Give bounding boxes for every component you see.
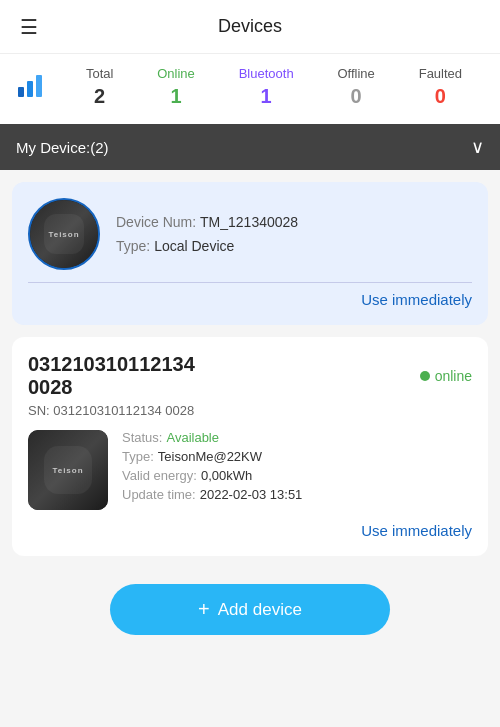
online-status-badge: online (420, 368, 472, 384)
stat-online-label: Online (157, 66, 195, 81)
type-label: Type: (122, 449, 154, 464)
update-value: 2022-02-03 13:51 (200, 487, 303, 502)
online-dot-icon (420, 371, 430, 381)
device-group-label: My Device:(2) (16, 139, 109, 156)
stat-total: Total 2 (86, 66, 113, 108)
stat-bluetooth-label: Bluetooth (239, 66, 294, 81)
online-card-body: Teison Status: Available Type: TeisonMe@… (28, 430, 472, 510)
energy-row: Valid energy: 0,00kWh (122, 468, 472, 483)
stat-offline: Offline 0 (337, 66, 374, 108)
stat-bluetooth: Bluetooth 1 (239, 66, 294, 108)
device-type-row: Type: Local Device (116, 238, 472, 254)
energy-label: Valid energy: (122, 468, 197, 483)
stat-bluetooth-value: 1 (261, 85, 272, 108)
app-header: ☰ Devices (0, 0, 500, 54)
stat-offline-label: Offline (337, 66, 374, 81)
online-brand-text: Teison (52, 466, 83, 475)
sn-label: SN: (28, 403, 50, 418)
bluetooth-brand-text: Teison (48, 230, 79, 239)
sn-row: SN: 031210310112134 0028 (28, 403, 472, 418)
add-device-button[interactable]: + Add device (110, 584, 390, 635)
device-type-value: Local Device (154, 238, 234, 254)
type-value: TeisonMe@22KW (158, 449, 262, 464)
svg-rect-1 (27, 81, 33, 97)
update-row: Update time: 2022-02-03 13:51 (122, 487, 472, 502)
online-card-footer: Use immediately (28, 522, 472, 540)
page-title: Devices (218, 16, 282, 37)
stat-total-label: Total (86, 66, 113, 81)
online-device-thumbnail: Teison (28, 430, 108, 510)
stat-faulted-value: 0 (435, 85, 446, 108)
status-row: Status: Available (122, 430, 472, 445)
plus-icon: + (198, 598, 210, 621)
type-row: Type: TeisonMe@22KW (122, 449, 472, 464)
online-card-header: 0312103101121340028 online (28, 353, 472, 399)
status-label: Status: (122, 430, 162, 445)
online-device-id: 0312103101121340028 (28, 353, 195, 399)
chart-icon (16, 69, 48, 105)
update-label: Update time: (122, 487, 196, 502)
menu-icon[interactable]: ☰ (20, 15, 38, 39)
online-status-label: online (435, 368, 472, 384)
svg-rect-2 (36, 75, 42, 97)
bluetooth-use-btn-container: Use immediately (28, 291, 472, 309)
stats-bar: Total 2 Online 1 Bluetooth 1 Offline 0 F… (0, 54, 500, 124)
device-num-label: Device Num: (116, 214, 196, 230)
card-divider (28, 282, 472, 283)
stats-items: Total 2 Online 1 Bluetooth 1 Offline 0 F… (64, 66, 484, 108)
stat-online-value: 1 (170, 85, 181, 108)
status-value: Available (166, 430, 219, 445)
stat-online: Online 1 (157, 66, 195, 108)
bluetooth-card-top: Teison Device Num: TM_121340028 Type: Lo… (28, 198, 472, 270)
online-use-immediately-btn[interactable]: Use immediately (361, 522, 472, 539)
device-type-label: Type: (116, 238, 150, 254)
device-num-value: TM_121340028 (200, 214, 298, 230)
svg-rect-0 (18, 87, 24, 97)
add-device-label: Add device (218, 600, 302, 620)
add-device-btn-container: + Add device (0, 568, 500, 659)
bluetooth-device-info: Device Num: TM_121340028 Type: Local Dev… (116, 214, 472, 254)
bluetooth-use-immediately-btn[interactable]: Use immediately (361, 291, 472, 308)
device-group-header[interactable]: My Device:(2) ∨ (0, 124, 500, 170)
cards-container: Teison Device Num: TM_121340028 Type: Lo… (0, 170, 500, 568)
bluetooth-device-card: Teison Device Num: TM_121340028 Type: Lo… (12, 182, 488, 325)
device-details: Status: Available Type: TeisonMe@22KW Va… (122, 430, 472, 502)
stat-faulted: Faulted 0 (419, 66, 462, 108)
bluetooth-device-avatar: Teison (28, 198, 100, 270)
sn-value: 031210310112134 0028 (53, 403, 194, 418)
chevron-down-icon: ∨ (471, 136, 484, 158)
stat-total-value: 2 (94, 85, 105, 108)
stat-faulted-label: Faulted (419, 66, 462, 81)
energy-value: 0,00kWh (201, 468, 252, 483)
stat-offline-value: 0 (351, 85, 362, 108)
online-device-card: 0312103101121340028 online SN: 031210310… (12, 337, 488, 556)
device-num-row: Device Num: TM_121340028 (116, 214, 472, 230)
